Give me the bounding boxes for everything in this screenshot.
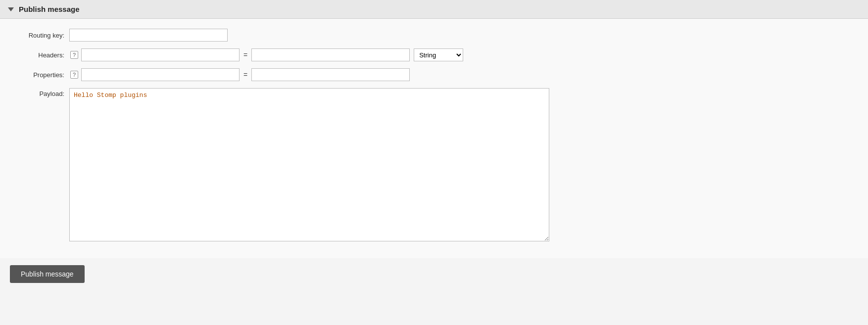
payload-row: Payload: bbox=[10, 88, 838, 241]
headers-help-icon[interactable]: ? bbox=[70, 51, 78, 59]
routing-key-input[interactable] bbox=[69, 29, 228, 42]
button-row: Publish message bbox=[0, 258, 868, 290]
payload-textarea[interactable] bbox=[69, 88, 549, 241]
properties-eq: = bbox=[243, 71, 247, 79]
routing-key-label: Routing key: bbox=[10, 32, 69, 39]
headers-value-input[interactable] bbox=[251, 48, 410, 61]
properties-value-input[interactable] bbox=[251, 68, 410, 81]
routing-key-row: Routing key: bbox=[10, 29, 838, 42]
headers-row: Headers: ? = String Number Boolean bbox=[10, 48, 838, 61]
publish-message-button[interactable]: Publish message bbox=[10, 265, 85, 283]
collapse-icon[interactable] bbox=[8, 7, 14, 11]
page-container: Publish message Routing key: Headers: ? … bbox=[0, 0, 868, 325]
properties-key-input[interactable] bbox=[81, 68, 240, 81]
section-title: Publish message bbox=[19, 5, 80, 13]
headers-label: Headers: bbox=[10, 51, 69, 59]
properties-row: Properties: ? = bbox=[10, 68, 838, 81]
properties-label: Properties: bbox=[10, 71, 69, 79]
form-body: Routing key: Headers: ? = String Number … bbox=[0, 19, 868, 258]
properties-help-icon[interactable]: ? bbox=[70, 71, 78, 79]
payload-label: Payload: bbox=[10, 88, 69, 97]
headers-type-select[interactable]: String Number Boolean bbox=[414, 48, 463, 61]
headers-eq: = bbox=[243, 51, 247, 59]
headers-key-input[interactable] bbox=[81, 48, 240, 61]
section-header[interactable]: Publish message bbox=[0, 0, 868, 19]
